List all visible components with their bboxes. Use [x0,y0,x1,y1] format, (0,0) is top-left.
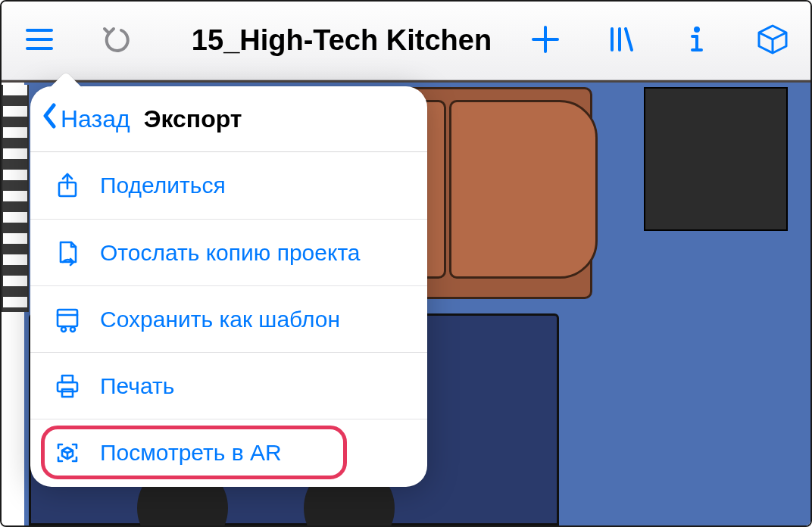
tv-object [644,87,788,231]
project-title: 15_High-Tech Kitchen [176,24,508,57]
ar-icon [48,439,86,466]
menu-item-save-template[interactable]: Сохранить как шаблон [30,285,427,352]
svg-rect-16 [58,310,77,326]
svg-line-7 [626,29,632,50]
menu-item-view-ar[interactable]: Посмотреть в AR [30,419,427,485]
popover-arrow [49,71,83,89]
menu-item-label: Поделиться [100,173,226,198]
menu-item-label: Посмотреть в AR [100,440,282,466]
popover-header: Назад Экспорт [30,86,427,152]
plus-icon [529,23,562,59]
svg-point-8 [695,28,698,31]
popover-title: Экспорт [144,105,409,133]
info-button[interactable] [659,2,735,80]
app-window: 15_High-Tech Kitchen [0,0,812,527]
menu-item-label: Сохранить как шаблон [100,307,340,332]
back-label: Назад [61,105,130,133]
undo-icon [98,23,132,59]
library-icon [604,23,638,59]
svg-rect-21 [62,376,73,382]
back-button[interactable]: Назад [38,103,135,135]
svg-point-18 [70,327,75,332]
menu-button[interactable] [2,2,77,80]
export-popover: Назад Экспорт Поделиться Отослать копию … [30,86,427,487]
menu-item-send-copy[interactable]: Отослать копию проекта [30,219,427,285]
menu-item-label: Отослать копию проекта [100,240,361,266]
save-template-icon [48,306,86,333]
menu-item-print[interactable]: Печать [30,352,427,419]
decor-rails [2,85,29,312]
toolbar-right [508,2,810,80]
top-toolbar: 15_High-Tech Kitchen [2,2,810,80]
send-copy-icon [48,239,86,267]
export-menu: Поделиться Отослать копию проекта Сохран… [30,152,427,485]
menu-item-label: Печать [100,373,174,399]
undo-button[interactable] [77,2,153,80]
svg-point-17 [61,327,66,332]
library-button[interactable] [583,2,659,80]
menu-icon [23,23,56,59]
svg-rect-22 [62,389,73,397]
menu-item-share[interactable]: Поделиться [30,152,427,219]
view3d-button[interactable] [735,2,810,80]
cube-icon [756,23,789,59]
share-icon [48,172,86,199]
chevron-left-icon [42,103,61,135]
info-icon [680,23,714,59]
add-button[interactable] [508,2,583,80]
print-icon [48,373,86,400]
